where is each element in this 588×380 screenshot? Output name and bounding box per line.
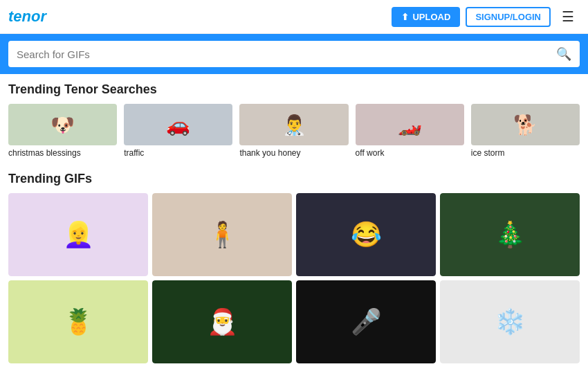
search-item-label: christmas blessings: [8, 148, 81, 158]
search-thumb-visual: 🏎️: [356, 104, 464, 145]
search-icon[interactable]: 🔍: [556, 46, 571, 62]
upload-icon: ⬆: [401, 12, 409, 22]
search-item-label: ice storm: [471, 148, 505, 158]
gif-item[interactable]: ❄️: [440, 280, 580, 363]
search-thumbnail: 👨‍⚕️: [239, 104, 348, 145]
search-thumbnail: 🏎️: [356, 104, 464, 145]
search-item-label: off work: [356, 148, 385, 158]
search-inner: 🔍: [8, 41, 580, 67]
search-bar: 🔍: [0, 34, 588, 74]
search-thumbnail: 🚗: [124, 104, 232, 145]
search-item-label: traffic: [124, 148, 144, 158]
search-thumb-visual: 🐶: [8, 104, 117, 145]
search-thumbnail: 🐕: [471, 104, 580, 145]
gif-item[interactable]: 🧍: [152, 193, 292, 276]
trending-searches-wrapper: 🐶 christmas blessings 🚗 traffic 👨‍⚕️ tha…: [8, 104, 580, 158]
logo: tenor: [8, 8, 46, 26]
search-item[interactable]: 👨‍⚕️ thank you honey: [239, 104, 348, 158]
trending-searches-title: Trending Tenor Searches: [8, 82, 580, 97]
upload-label: UPLOAD: [412, 12, 450, 22]
gif-item[interactable]: 😂: [296, 193, 436, 276]
search-item[interactable]: 🐶 christmas blessings: [8, 104, 117, 158]
main-content: Trending Tenor Searches 🐶 christmas bles…: [0, 74, 588, 372]
gif-placeholder: 🧍: [152, 193, 292, 276]
search-thumb-visual: 🚗: [124, 104, 232, 145]
gif-item[interactable]: 👱‍♀️: [8, 193, 148, 276]
trending-searches-list: 🐶 christmas blessings 🚗 traffic 👨‍⚕️ tha…: [8, 104, 580, 158]
header: tenor ⬆ UPLOAD SIGNUP/LOGIN ☰: [0, 0, 588, 34]
gif-item[interactable]: 🎤: [296, 280, 436, 363]
search-input[interactable]: [17, 48, 556, 60]
gif-placeholder: 😂: [296, 193, 436, 276]
header-actions: ⬆ UPLOAD SIGNUP/LOGIN ☰: [392, 6, 580, 28]
gif-placeholder: 🍍: [8, 280, 148, 363]
gif-item[interactable]: 🍍: [8, 280, 148, 363]
search-item[interactable]: 🚗 traffic: [124, 104, 232, 158]
gif-item[interactable]: 🎄: [440, 193, 580, 276]
gif-placeholder: 👱‍♀️: [8, 193, 148, 276]
search-item[interactable]: 🏎️ off work: [356, 104, 464, 158]
trending-gifs-grid: 👱‍♀️ 🧍 😂 🎄 🍍 🎅 🎤 ❄️: [8, 193, 580, 363]
gif-item[interactable]: 🎅: [152, 280, 292, 363]
search-item[interactable]: 🐕 ice storm: [471, 104, 580, 158]
upload-button[interactable]: ⬆ UPLOAD: [392, 7, 460, 27]
gif-placeholder: 🎤: [296, 280, 436, 363]
gif-placeholder: 🎄: [440, 193, 580, 276]
search-thumbnail: 🐶: [8, 104, 117, 145]
gif-placeholder: ❄️: [440, 280, 580, 363]
search-thumb-visual: 👨‍⚕️: [239, 104, 348, 145]
menu-button[interactable]: ☰: [556, 6, 580, 28]
signup-button[interactable]: SIGNUP/LOGIN: [466, 7, 551, 27]
search-item-label: thank you honey: [239, 148, 300, 158]
gif-placeholder: 🎅: [152, 280, 292, 363]
trending-gifs-title: Trending GIFs: [8, 172, 580, 186]
search-thumb-visual: 🐕: [471, 104, 580, 145]
